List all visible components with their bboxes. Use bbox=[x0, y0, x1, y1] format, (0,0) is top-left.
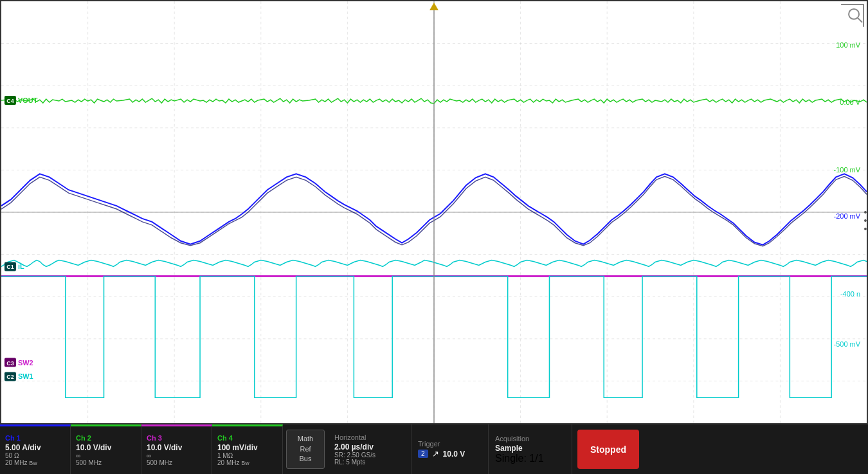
trigger-value: 10.0 V bbox=[443, 450, 466, 459]
ch1-per-div: 5.00 A/div bbox=[5, 443, 65, 452]
svg-text:C2: C2 bbox=[6, 374, 14, 380]
horizontal-sr: SR: 2.50 GS/s bbox=[334, 451, 404, 459]
svg-text:-100 mV: -100 mV bbox=[834, 166, 861, 174]
scope-screen: 100 mV 0.00 V -100 mV -200 mV -400 n -50… bbox=[0, 0, 868, 424]
acquisition-info[interactable]: Acquisition Sample Single: 1/1 bbox=[489, 424, 572, 474]
horizontal-time-per-div: 2.00 µs/div bbox=[334, 442, 404, 451]
horizontal-title: Horizontal bbox=[334, 433, 404, 441]
scope-grid: 100 mV 0.00 V -100 mV -200 mV -400 n -50… bbox=[1, 1, 867, 423]
ch3-per-div: 10.0 V/div bbox=[147, 443, 206, 452]
acquisition-mode: Sample bbox=[495, 444, 565, 453]
ch3-impedance: ∞ bbox=[147, 452, 206, 459]
stopped-label: Stopped bbox=[590, 444, 626, 455]
ch2-impedance: ∞ bbox=[76, 452, 136, 459]
acquisition-title: Acquisition bbox=[495, 435, 565, 442]
ch1-bandwidth: 20 MHz Bw bbox=[5, 459, 65, 466]
svg-text:VOUT: VOUT bbox=[18, 96, 38, 104]
svg-text:iL: iL bbox=[18, 262, 24, 270]
svg-text:SW1: SW1 bbox=[18, 372, 33, 380]
bottom-bar: Ch 1 5.00 A/div 50 Ω 20 MHz Bw Ch 2 10.0… bbox=[0, 424, 868, 474]
svg-text:C1: C1 bbox=[6, 264, 14, 270]
svg-text:-500 mV: -500 mV bbox=[834, 340, 861, 348]
trigger-symbol: ↗ bbox=[432, 449, 439, 459]
svg-text:0.00 V: 0.00 V bbox=[840, 98, 860, 106]
ch4-label: Ch 4 bbox=[217, 434, 277, 442]
svg-text:C4: C4 bbox=[6, 98, 14, 104]
ch2-per-div: 10.0 V/div bbox=[76, 443, 136, 452]
trigger-badge: 2 bbox=[418, 450, 428, 458]
ch3-info[interactable]: Ch 3 10.0 V/div ∞ 500 MHz bbox=[141, 424, 212, 474]
bus-label: Bus bbox=[300, 454, 312, 464]
ch1-info[interactable]: Ch 1 5.00 A/div 50 Ω 20 MHz Bw bbox=[0, 424, 71, 474]
ch1-impedance: 50 Ω bbox=[5, 452, 65, 459]
math-label: Math bbox=[298, 434, 313, 444]
ch4-info[interactable]: Ch 4 100 mV/div 1 MΩ 20 MHz Bw bbox=[212, 424, 283, 474]
acquisition-single: Single: 1/1 bbox=[495, 453, 565, 464]
ch2-info[interactable]: Ch 2 10.0 V/div ∞ 500 MHz bbox=[71, 424, 141, 474]
ch3-bandwidth: 500 MHz bbox=[147, 459, 206, 466]
ch4-impedance: 1 MΩ bbox=[217, 452, 277, 459]
ch3-label: Ch 3 bbox=[147, 434, 206, 442]
svg-text:SW2: SW2 bbox=[18, 359, 33, 367]
horizontal-rl: RL: 5 Mpts bbox=[334, 459, 404, 466]
trigger-title: Trigger bbox=[418, 440, 482, 448]
svg-text:-400 n: -400 n bbox=[840, 290, 860, 298]
ref-label: Ref bbox=[300, 444, 311, 454]
math-ref-bus-button[interactable]: Math Ref Bus bbox=[286, 430, 325, 469]
trigger-info[interactable]: Trigger 2 ↗ 10.0 V bbox=[411, 424, 489, 474]
svg-text:-200 mV: -200 mV bbox=[834, 212, 861, 220]
ch1-label: Ch 1 bbox=[5, 434, 65, 442]
horizontal-info[interactable]: Horizontal 2.00 µs/div SR: 2.50 GS/s RL:… bbox=[328, 424, 411, 474]
ch4-bandwidth: 20 MHz Bw bbox=[217, 459, 277, 466]
ch2-bandwidth: 500 MHz bbox=[76, 459, 136, 466]
ch2-label: Ch 2 bbox=[76, 434, 136, 442]
stopped-button[interactable]: Stopped bbox=[577, 430, 639, 469]
svg-text:100 mV: 100 mV bbox=[836, 41, 860, 49]
svg-text:•: • bbox=[864, 224, 867, 234]
svg-text:C3: C3 bbox=[6, 360, 14, 367]
ch4-per-div: 100 mV/div bbox=[217, 443, 277, 452]
